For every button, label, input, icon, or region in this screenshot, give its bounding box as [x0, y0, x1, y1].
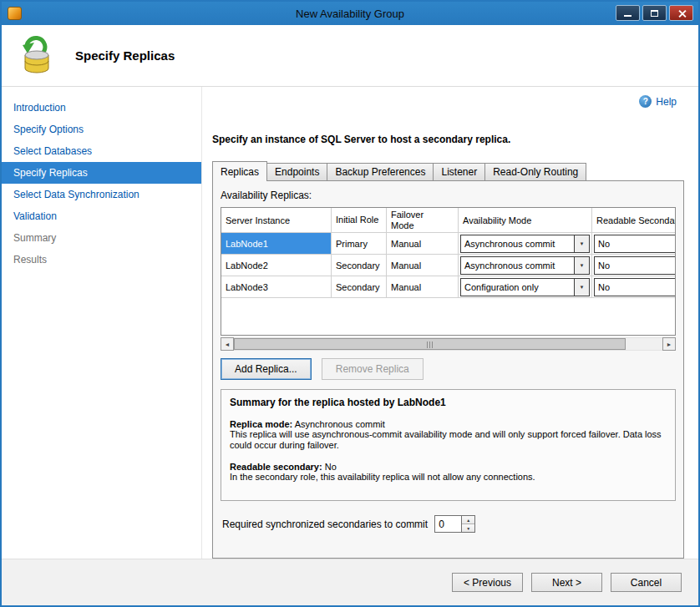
minimize-icon: [624, 15, 632, 17]
scrollbar-thumb[interactable]: [234, 338, 626, 350]
sidebar-item-select-data-synchronization[interactable]: Select Data Synchronization: [2, 184, 201, 205]
maximize-button[interactable]: [642, 5, 667, 21]
col-server-instance: Server Instance: [221, 208, 332, 233]
instruction-text: Specify an instance of SQL Server to hos…: [212, 134, 682, 145]
replica-buttons-row: Add Replica... Remove Replica: [221, 358, 676, 380]
required-secondaries-label: Required synchronized secondaries to com…: [222, 518, 428, 530]
availability-group-icon: [17, 35, 57, 77]
wizard-steps-sidebar: Introduction Specify Options Select Data…: [2, 87, 202, 559]
close-icon: [677, 9, 687, 18]
help-link[interactable]: ? Help: [639, 95, 677, 108]
tab-endpoints[interactable]: Endpoints: [266, 163, 327, 180]
sidebar-item-introduction[interactable]: Introduction: [2, 97, 201, 119]
spin-up-button[interactable]: ▲: [462, 516, 474, 524]
required-secondaries-input[interactable]: 0: [434, 515, 461, 533]
availability-replicas-label: Availability Replicas:: [221, 190, 676, 201]
col-initial-role: Initial Role: [332, 208, 387, 233]
replica-mode-value: Asynchronous commit: [295, 419, 385, 429]
grid-row-labnode2: LabNode2 Secondary Manual Asynchronous c…: [221, 255, 676, 276]
readable-secondary-cell[interactable]: No: [594, 235, 676, 253]
scrollbar-track[interactable]: [234, 337, 662, 351]
spin-down-button[interactable]: ▼: [462, 524, 474, 532]
grid-header-row: Server Instance Initial Role Failover Mo…: [221, 208, 676, 233]
readable-secondary-value: No: [325, 462, 337, 472]
replica-mode-description: This replica will use asynchronous-commi…: [230, 429, 667, 451]
readable-secondary-description: In the secondary role, this availability…: [230, 472, 667, 483]
main-area: Introduction Specify Options Select Data…: [2, 87, 698, 559]
chevron-down-icon: ▼: [574, 235, 589, 252]
sidebar-item-results: Results: [2, 249, 201, 271]
sidebar-item-specify-replicas[interactable]: Specify Replicas: [2, 162, 201, 184]
cell-failover-mode[interactable]: Manual: [387, 233, 459, 255]
scrollbar-grip-icon: [426, 336, 434, 352]
sidebar-item-select-databases[interactable]: Select Databases: [2, 140, 201, 162]
cell-server-instance[interactable]: LabNode3: [221, 276, 332, 298]
readable-secondary-label: Readable secondary:: [230, 462, 322, 472]
grid-inner: Server Instance Initial Role Failover Mo…: [221, 208, 676, 298]
availability-mode-dropdown[interactable]: Asynchronous commit ▼: [460, 235, 590, 253]
cell-failover-mode[interactable]: Manual: [387, 276, 459, 298]
availability-mode-dropdown[interactable]: Asynchronous commit ▼: [460, 256, 590, 275]
cell-initial-role[interactable]: Secondary: [332, 255, 387, 276]
col-failover-mode: Failover Mode: [387, 208, 459, 233]
minimize-button[interactable]: [616, 5, 640, 21]
cell-server-instance[interactable]: LabNode2: [221, 255, 332, 276]
required-secondaries-row: Required synchronized secondaries to com…: [221, 515, 676, 533]
help-icon: ?: [639, 95, 652, 108]
readable-secondary-cell[interactable]: No: [594, 278, 676, 296]
next-button[interactable]: Next >: [531, 573, 602, 592]
cell-initial-role[interactable]: Secondary: [332, 276, 387, 298]
content-area: ? Help Specify an instance of SQL Server…: [202, 87, 698, 559]
replicas-tab-panel: Availability Replicas: Server Instance I…: [212, 180, 684, 559]
tab-replicas[interactable]: Replicas: [212, 161, 267, 181]
sidebar-item-specify-options[interactable]: Specify Options: [2, 119, 201, 140]
readable-secondary-line: Readable secondary: No: [230, 462, 667, 472]
window-title: New Availability Group: [2, 8, 698, 20]
help-label: Help: [656, 96, 677, 108]
sidebar-item-summary: Summary: [2, 227, 201, 249]
scroll-right-button[interactable]: ►: [662, 337, 676, 351]
col-readable-secondary: Readable Secondary: [592, 208, 676, 233]
add-replica-button[interactable]: Add Replica...: [221, 358, 312, 380]
tab-backup-preferences[interactable]: Backup Preferences: [327, 163, 434, 180]
close-button[interactable]: [669, 5, 693, 21]
maximize-icon: [651, 10, 658, 17]
replica-mode-label: Replica mode:: [230, 419, 292, 429]
tab-listener[interactable]: Listener: [433, 163, 485, 180]
chevron-down-icon: ▼: [574, 279, 589, 296]
titlebar[interactable]: New Availability Group: [2, 2, 698, 25]
replica-mode-line: Replica mode: Asynchronous commit: [230, 419, 667, 429]
readable-secondary-cell[interactable]: No: [594, 256, 676, 275]
window-controls: [616, 5, 693, 21]
replica-summary-box: Summary for the replica hosted by LabNod…: [221, 389, 676, 501]
horizontal-scrollbar[interactable]: ◄ ►: [221, 337, 676, 351]
summary-title: Summary for the replica hosted by LabNod…: [230, 397, 667, 408]
scroll-left-button[interactable]: ◄: [221, 337, 234, 351]
previous-button[interactable]: < Previous: [452, 573, 523, 592]
new-availability-group-window: New Availability Group Specify Replicas …: [0, 0, 700, 607]
cell-initial-role[interactable]: Primary: [332, 233, 387, 255]
footer-bar: < Previous Next > Cancel: [2, 559, 698, 605]
grid-row-labnode1: LabNode1 Primary Manual Asynchronous com…: [221, 233, 676, 255]
cancel-button[interactable]: Cancel: [611, 573, 682, 592]
spinner-buttons: ▲ ▼: [461, 515, 475, 533]
remove-replica-button[interactable]: Remove Replica: [322, 358, 424, 380]
tab-strip: Replicas Endpoints Backup Preferences Li…: [212, 160, 682, 180]
chevron-down-icon: ▼: [574, 257, 589, 274]
wizard-header: Specify Replicas: [2, 25, 698, 87]
tab-read-only-routing[interactable]: Read-Only Routing: [484, 163, 586, 180]
col-availability-mode: Availability Mode: [459, 208, 592, 233]
page-title: Specify Replicas: [75, 48, 175, 63]
sidebar-item-validation[interactable]: Validation: [2, 205, 201, 227]
cell-failover-mode[interactable]: Manual: [387, 255, 459, 276]
cell-server-instance[interactable]: LabNode1: [221, 233, 332, 255]
availability-replicas-grid: Server Instance Initial Role Failover Mo…: [221, 207, 676, 336]
required-secondaries-spinner: 0 ▲ ▼: [434, 515, 475, 533]
availability-mode-dropdown[interactable]: Configuration only ▼: [460, 278, 590, 296]
grid-row-labnode3: LabNode3 Secondary Manual Configuration …: [221, 276, 676, 298]
